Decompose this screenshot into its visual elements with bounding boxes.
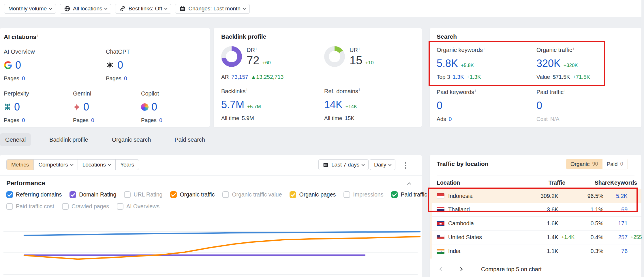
table-row-cambodia[interactable]: Cambodia 1.6K 0.5% 171 (430, 217, 641, 231)
engine-count-link[interactable]: 0 (15, 59, 21, 71)
col-keywords[interactable]: Keywords (610, 179, 634, 186)
info-icon[interactable]: i (484, 46, 485, 50)
chevron-down-icon (49, 7, 52, 10)
engine-label: Gemini (73, 90, 94, 97)
segment-label: Competitors (38, 162, 68, 168)
segment-competitors[interactable]: Competitors (33, 160, 77, 170)
calendar-icon (323, 162, 329, 168)
engine-count-link[interactable]: 0 (83, 101, 89, 113)
more-options-icon[interactable] (403, 160, 408, 171)
top3-value-link[interactable]: 1.3K (453, 74, 464, 80)
organic-traffic-metric: Organic traffici 320K+320K Value$71.5K+7… (536, 46, 590, 80)
keywords-link[interactable]: 171 (603, 220, 628, 227)
col-traffic[interactable]: Traffic (532, 179, 565, 186)
info-icon[interactable]: i (37, 33, 38, 38)
engine-count-link[interactable]: 0 (151, 101, 157, 113)
info-icon[interactable]: i (359, 87, 360, 92)
traffic-value: 309.2K (525, 193, 558, 199)
tab-backlink-profile[interactable]: Backlink profile (44, 133, 93, 146)
organic-keywords-value-link[interactable]: 5.8K (437, 57, 458, 70)
next-page-icon[interactable] (457, 264, 464, 274)
ads-value-link[interactable]: 0 (449, 116, 452, 122)
performance-line-chart[interactable] (0, 216, 422, 277)
date-range-button[interactable]: Last 7 days (318, 159, 369, 170)
tab-paid-search[interactable]: Paid search (169, 133, 210, 146)
engine-label: Copilot (141, 90, 162, 97)
table-row-indonesia[interactable]: Indonesia 309.2K 96.5% 5.2K (430, 189, 641, 203)
pages-label: Pages (106, 75, 121, 82)
checkbox-paid-traffic[interactable]: Paid traffic (391, 191, 427, 198)
filter-best-links[interactable]: Best links: Off (115, 4, 171, 14)
location-name: Cambodia (448, 220, 474, 227)
segment-metrics[interactable]: Metrics (7, 160, 33, 170)
backlinks-value-link[interactable]: 5.7M (221, 99, 244, 111)
checkbox-crawled-pages[interactable]: Crawled pages (62, 203, 109, 210)
filter-changes[interactable]: Changes: Last month (175, 4, 250, 14)
filter-locations[interactable]: All locations (60, 4, 111, 14)
checkbox-url-rating[interactable]: URL Rating (124, 191, 162, 198)
previous-page-icon[interactable] (438, 264, 445, 274)
location-table-header: Location Traffic Share Keywords (437, 179, 634, 186)
info-icon[interactable]: i (256, 46, 257, 50)
paid-count: 0 (620, 161, 623, 167)
engine-count-link[interactable]: 0 (14, 101, 20, 113)
info-icon[interactable]: i (246, 87, 247, 92)
checkbox-ai-overviews[interactable]: AI Overviews (117, 203, 159, 210)
info-icon[interactable]: i (359, 46, 360, 50)
granularity-button[interactable]: Daily (370, 159, 395, 170)
organic-keywords-metric: Organic keywordsi 5.8K+5.8K Top 31.3K+1.… (437, 46, 485, 80)
keywords-link[interactable]: 257 (603, 234, 628, 241)
value-label: Value (536, 74, 550, 80)
keywords-link[interactable]: 76 (603, 248, 628, 254)
keywords-link[interactable]: 69 (603, 206, 628, 213)
organic-traffic-value-link[interactable]: 320K (536, 57, 561, 70)
organic-count: 90 (592, 161, 598, 167)
table-row-united-states[interactable]: United States 1.4K +1.4K 0.4% 257 +255 (430, 231, 641, 244)
keywords-link[interactable]: 5.2K (603, 193, 628, 199)
col-share[interactable]: Share (584, 179, 610, 186)
ur-value[interactable]: 15 (350, 54, 363, 67)
paid-traffic-value-link[interactable]: 0 (536, 100, 542, 112)
ref-domains-value-link[interactable]: 14K (324, 99, 343, 111)
checkbox-organic-traffic[interactable]: Organic traffic (170, 191, 215, 198)
ai-engine-copilot: Copilot 0 Pages0 (141, 90, 162, 123)
toggle-paid[interactable]: Paid0 (602, 159, 628, 169)
ur-label: UR (350, 47, 358, 53)
dr-label: DR (247, 47, 255, 53)
pages-count-link[interactable]: 0 (124, 75, 127, 82)
segment-locations[interactable]: Locations (78, 160, 115, 170)
checkbox-organic-traffic-value[interactable]: Organic traffic value (222, 191, 282, 198)
toggle-organic[interactable]: Organic90 (566, 159, 602, 169)
filter-monthly-volume[interactable]: Monthly volume (4, 4, 56, 14)
checkbox-impressions[interactable]: Impressions (343, 191, 383, 198)
dr-value[interactable]: 72 (247, 54, 260, 67)
link-icon (119, 5, 126, 12)
paid-keywords-value-link[interactable]: 0 (437, 100, 442, 112)
granularity-label: Daily (374, 162, 386, 168)
col-location[interactable]: Location (437, 179, 532, 186)
pages-count-link[interactable]: 0 (22, 75, 25, 82)
info-icon[interactable]: i (564, 88, 565, 93)
checkbox-organic-pages[interactable]: Organic pages (290, 191, 336, 198)
engine-label: AI Overview (4, 48, 35, 55)
pages-count-link[interactable]: 0 (159, 117, 162, 123)
checkbox-domain-rating[interactable]: Domain Rating (70, 191, 116, 198)
ar-value-link[interactable]: 73,157 (231, 74, 248, 80)
organic-keywords-change: +5.8K (461, 63, 474, 68)
info-icon[interactable]: i (573, 46, 574, 50)
engine-count-link[interactable]: 0 (117, 59, 123, 71)
pages-count-link[interactable]: 0 (22, 117, 25, 123)
chart-mode-segments: Metrics Competitors Locations Years (6, 159, 139, 170)
tab-organic-search[interactable]: Organic search (107, 133, 156, 146)
pages-count-link[interactable]: 0 (91, 117, 94, 123)
metric-checkbox-row-1: Referring domains Domain Rating URL Rati… (6, 191, 427, 198)
segment-years[interactable]: Years (115, 160, 139, 170)
backlink-profile-panel: Backlink profile DRi 72+60 AR 73,157 ▲13… (214, 28, 422, 127)
info-icon[interactable]: i (475, 88, 476, 93)
tab-general[interactable]: General (0, 133, 31, 146)
checkbox-paid-traffic-cost[interactable]: Paid traffic cost (6, 203, 54, 210)
table-row-india[interactable]: India 1.1K 0.3% 76 (430, 244, 641, 258)
engine-label: ChatGPT (106, 48, 130, 55)
checkbox-referring-domains[interactable]: Referring domains (6, 191, 62, 198)
table-row-thailand[interactable]: Thailand 3.6K 1.1% 69 (430, 203, 641, 217)
